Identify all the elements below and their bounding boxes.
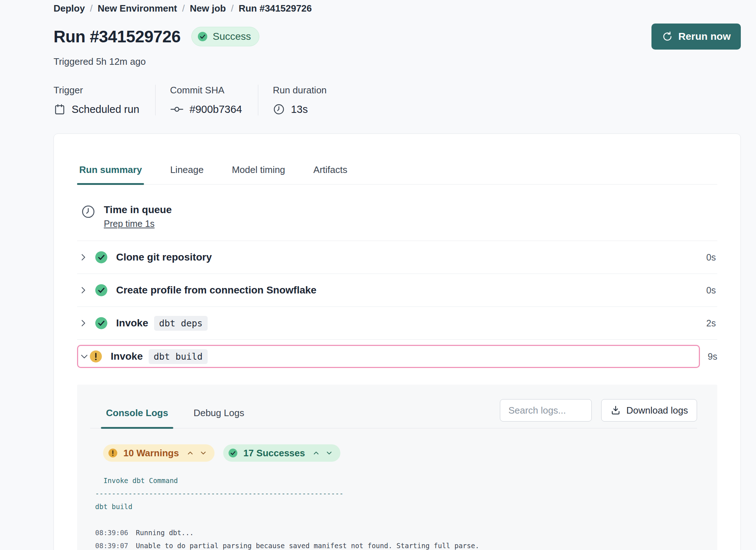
meta-commit-label: Commit SHA bbox=[170, 85, 242, 96]
status-badge-label: Success bbox=[213, 31, 251, 42]
rerun-now-label: Rerun now bbox=[678, 31, 731, 42]
step-row-dbt-build-wrap: Invoke dbt build 9s bbox=[77, 345, 717, 368]
step-duration: 9s bbox=[708, 351, 717, 362]
meta-duration-label: Run duration bbox=[273, 85, 327, 96]
meta-trigger-label: Trigger bbox=[54, 85, 139, 96]
warnings-pill[interactable]: 10 Warnings bbox=[103, 444, 215, 462]
step-row-create-profile[interactable]: Create profile from connection Snowflake… bbox=[77, 274, 717, 307]
run-detail-page: Deploy / New Environment / New job / Run… bbox=[0, 0, 756, 550]
step-row-dbt-deps[interactable]: Invoke dbt deps 2s bbox=[77, 307, 717, 340]
log-panel: Console Logs Debug Logs Download logs bbox=[77, 385, 717, 550]
status-badge: Success bbox=[191, 27, 259, 46]
header-row: Run #341529726 Success Rerun now bbox=[54, 24, 741, 50]
tab-model-timing[interactable]: Model timing bbox=[230, 164, 287, 184]
warnings-pill-label: 10 Warnings bbox=[123, 448, 179, 459]
log-message: Unable to do partial parsing because sav… bbox=[136, 542, 479, 550]
tab-bar: Run summary Lineage Model timing Artifac… bbox=[77, 164, 717, 185]
meta-duration-value: 13s bbox=[291, 103, 308, 115]
log-line-command-header: Invoke dbt Command bbox=[93, 474, 697, 487]
log-line-command: dbt build bbox=[93, 500, 697, 513]
chevron-right-icon[interactable] bbox=[78, 253, 94, 262]
successes-pill-label: 17 Successes bbox=[243, 448, 305, 459]
breadcrumb-separator: / bbox=[182, 3, 185, 14]
triggered-timestamp: Triggered 5h 12m ago bbox=[54, 56, 741, 67]
meta-commit: Commit SHA #900b7364 bbox=[155, 85, 258, 115]
breadcrumb-job[interactable]: New job bbox=[190, 3, 226, 14]
step-title: Invoke bbox=[116, 317, 148, 329]
log-line: 08:39:07Unable to do partial parsing bec… bbox=[93, 539, 697, 550]
meta-trigger-value: Scheduled run bbox=[72, 103, 139, 115]
log-line-blank bbox=[93, 513, 697, 526]
meta-commit-value: #900b7364 bbox=[190, 103, 242, 115]
step-command-chip: dbt build bbox=[149, 349, 208, 364]
page-title: Run #341529726 bbox=[54, 27, 180, 46]
search-logs-input[interactable] bbox=[500, 399, 592, 422]
success-check-icon bbox=[228, 448, 238, 458]
tab-run-summary[interactable]: Run summary bbox=[77, 164, 144, 184]
log-line-separator: ----------------------------------------… bbox=[93, 487, 697, 500]
warning-icon bbox=[89, 350, 103, 363]
success-check-icon bbox=[94, 250, 108, 264]
tab-console-logs[interactable]: Console Logs bbox=[106, 407, 168, 428]
success-check-icon bbox=[94, 283, 108, 297]
step-title: Create profile from connection Snowflake bbox=[116, 284, 317, 296]
successes-pill[interactable]: 17 Successes bbox=[223, 444, 341, 462]
log-timestamp: 08:39:07 bbox=[95, 542, 128, 550]
chevron-down-icon[interactable] bbox=[199, 449, 207, 457]
meta-trigger: Trigger Scheduled run bbox=[54, 85, 155, 115]
log-header: Console Logs Debug Logs Download logs bbox=[90, 399, 697, 428]
step-command-chip: dbt deps bbox=[154, 316, 208, 331]
clock-icon bbox=[273, 103, 285, 115]
tab-debug-logs[interactable]: Debug Logs bbox=[194, 407, 244, 428]
chevron-up-icon[interactable] bbox=[186, 449, 194, 457]
prep-time-link[interactable]: Prep time 1s bbox=[104, 219, 172, 229]
run-summary-card: Run summary Lineage Model timing Artifac… bbox=[54, 134, 741, 550]
download-logs-button[interactable]: Download logs bbox=[601, 399, 697, 422]
breadcrumb-deploy[interactable]: Deploy bbox=[54, 3, 85, 14]
success-check-icon bbox=[197, 31, 208, 42]
step-title: Clone git repository bbox=[116, 251, 212, 263]
log-filter-pills: 10 Warnings 17 Successes bbox=[90, 444, 697, 462]
breadcrumb-environment[interactable]: New Environment bbox=[98, 3, 177, 14]
step-title: Invoke bbox=[111, 351, 143, 362]
chevron-down-icon[interactable] bbox=[80, 352, 89, 361]
chevron-down-icon[interactable] bbox=[325, 449, 333, 457]
run-meta-row: Trigger Scheduled run Commit SHA #900b73… bbox=[54, 85, 741, 115]
step-duration: 0s bbox=[706, 285, 716, 296]
meta-duration: Run duration 13s bbox=[258, 85, 343, 115]
chevron-up-icon[interactable] bbox=[312, 449, 320, 457]
chevron-right-icon[interactable] bbox=[78, 318, 94, 328]
breadcrumb: Deploy / New Environment / New job / Run… bbox=[54, 2, 741, 14]
success-check-icon bbox=[94, 316, 108, 330]
download-logs-label: Download logs bbox=[626, 405, 688, 416]
rerun-now-button[interactable]: Rerun now bbox=[651, 24, 741, 50]
step-row-clone-git[interactable]: Clone git repository 0s bbox=[77, 241, 717, 274]
step-row-dbt-build[interactable]: Invoke dbt build bbox=[77, 345, 700, 368]
log-line: 08:39:06Running dbt... bbox=[93, 526, 697, 539]
download-icon bbox=[610, 405, 621, 416]
time-in-queue-section: Time in queue Prep time 1s bbox=[77, 204, 717, 229]
breadcrumb-separator: / bbox=[90, 3, 93, 14]
warning-icon bbox=[107, 448, 118, 458]
breadcrumb-separator: / bbox=[231, 3, 233, 14]
step-duration: 0s bbox=[706, 252, 716, 263]
tab-artifacts[interactable]: Artifacts bbox=[311, 164, 349, 184]
chevron-right-icon[interactable] bbox=[78, 285, 94, 295]
calendar-icon bbox=[54, 103, 66, 115]
breadcrumb-run: Run #341529726 bbox=[239, 3, 312, 14]
step-duration: 2s bbox=[706, 318, 716, 329]
time-in-queue-title: Time in queue bbox=[104, 204, 172, 216]
queue-clock-icon bbox=[81, 204, 96, 219]
console-log-output: Invoke dbt Command ---------------------… bbox=[90, 474, 697, 550]
tab-lineage[interactable]: Lineage bbox=[168, 164, 206, 184]
commit-icon bbox=[170, 103, 184, 115]
refresh-icon bbox=[662, 31, 673, 42]
log-message: Running dbt... bbox=[136, 529, 194, 537]
log-timestamp: 08:39:06 bbox=[95, 529, 128, 537]
